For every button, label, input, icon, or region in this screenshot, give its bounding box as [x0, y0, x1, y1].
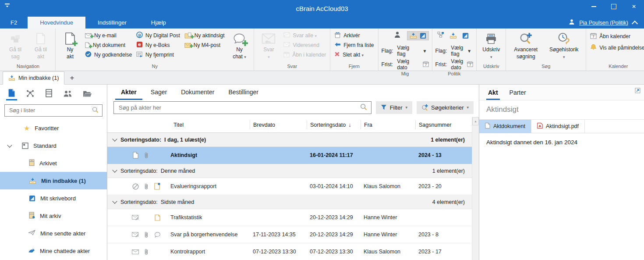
tab-sager[interactable]: Sager: [145, 89, 173, 100]
record-brevdato: 07-12-2023 13:30: [250, 249, 307, 255]
new-foi-request-button[interactable]: Ny aktindsigt: [184, 31, 226, 40]
chevron-down-icon[interactable]: [112, 167, 117, 172]
archive-button[interactable]: Arkivér: [333, 31, 375, 40]
new-digital-post-button[interactable]: @ Ny Digital Post: [135, 31, 181, 40]
column-header-titel[interactable]: Titel: [107, 120, 250, 129]
table-row[interactable]: Trafikstatistik 20-12-2023 14:29 Hanne W…: [107, 209, 472, 226]
unit-icon[interactable]: [437, 32, 444, 39]
advanced-search-button[interactable]: Avanceret søgning: [509, 30, 542, 61]
tree-item-arkivet[interactable]: Arkivet: [0, 154, 107, 172]
mail-signed-icon: [131, 215, 139, 221]
my-archive-icon: [29, 212, 35, 220]
go-to-case-button[interactable]: Gå til sag: [4, 30, 27, 61]
list-scrollbar[interactable]: ▲: [472, 117, 479, 260]
print-button[interactable]: Udskriv▾: [480, 30, 502, 61]
menu-hovedvindue[interactable]: Hovedvindue: [28, 17, 85, 28]
contacts-view-icon[interactable]: [61, 89, 74, 100]
choose-date-button[interactable]: Vælg dato: [451, 58, 463, 71]
menu-hjaelp[interactable]: Hjælp: [139, 17, 178, 28]
table-row[interactable]: Aktindsigt 16-01-2024 11:17 2024 - 13: [107, 147, 472, 164]
group-header-sidste-maned[interactable]: Sorteringsdato: Sidste måned 4 element(e…: [107, 195, 472, 209]
forward-button[interactable]: Videresend: [283, 41, 327, 50]
new-approval-button[interactable]: Ny godkendelse: [84, 50, 133, 59]
tab-dokumenter[interactable]: Dokumenter: [175, 89, 220, 100]
record-search-input[interactable]: [118, 104, 360, 111]
tab-bestillinger[interactable]: Bestillinger: [223, 89, 264, 100]
tab-aktdokument[interactable]: Aktdokument: [479, 120, 531, 133]
tab-aktindsigt-pdf[interactable]: A Aktindsigt.pdf: [531, 120, 585, 133]
flag-dropdown-icon[interactable]: ▼: [467, 49, 473, 53]
expand-panel-icon[interactable]: [635, 87, 640, 95]
collapse-ribbon-icon[interactable]: [632, 20, 638, 26]
open-calendar-button[interactable]: 7 Åbn kalender: [589, 32, 644, 41]
table-row[interactable]: Evalueringsrapport 03-01-2024 14:10 Klau…: [107, 178, 472, 195]
search-history-button[interactable]: Søgehistorik▾: [545, 30, 583, 61]
column-header-brevdato[interactable]: Brevdato: [250, 120, 307, 129]
choose-flag-button[interactable]: Vælg flag: [451, 45, 463, 57]
tree-item-standard[interactable]: Standard: [0, 137, 107, 154]
tree-item-mine-sendte-akter[interactable]: Mine sendte akter: [0, 224, 107, 242]
group-header-i-dag[interactable]: Sorteringsdato: I dag, 1 ulæst(e) 1 elem…: [107, 133, 472, 147]
scroll-up-button[interactable]: ▲: [472, 117, 479, 125]
new-chat-button[interactable]: Ny chat ▾: [228, 30, 251, 61]
show-reminders-button[interactable]: Vis alle påmindelser: [589, 43, 644, 52]
table-row[interactable]: Kontrolrapport 07-12-2023 13:30 07-12-20…: [107, 243, 472, 260]
tab-parter[interactable]: Parter: [508, 89, 528, 100]
tab-akt[interactable]: Akt: [486, 89, 500, 100]
new-eboks-button[interactable]: e Ny e-Boks: [135, 41, 181, 50]
open-in-calendar-button[interactable]: 7 Åbn i kalender: [283, 50, 327, 59]
go-to-record-button[interactable]: Gå til akt: [29, 30, 52, 61]
new-m4-post-button[interactable]: Ny M4-post: [184, 41, 226, 50]
filter-button[interactable]: Filter ▾: [376, 101, 412, 114]
reply-button[interactable]: Svar▾: [257, 30, 280, 61]
tree-item-mit-arkiv[interactable]: Mit arkiv: [0, 207, 107, 224]
tree-item-mine-chattede-akter[interactable]: Mine chattede akter: [0, 242, 107, 260]
column-header-sorteringsdato[interactable]: Sorteringsdato↓: [307, 120, 361, 129]
tab-akter[interactable]: Akter: [115, 89, 142, 100]
folders-view-icon[interactable]: [81, 89, 94, 100]
inbox-tray-icon[interactable]: [449, 32, 457, 39]
person-icon[interactable]: [394, 31, 401, 40]
table-row[interactable]: Svar på borgerhenvendelse 17-11-2023 14:…: [107, 226, 472, 243]
table-header: Titel Brevdato Sorteringsdato↓ Fra Sagsn…: [107, 117, 472, 133]
inbox-desktop-toggle[interactable]: [407, 31, 429, 40]
close-button[interactable]: ✕: [624, 0, 644, 13]
reply-all-button[interactable]: Svar alle ▾: [283, 31, 327, 40]
desktop-icon[interactable]: [462, 32, 469, 39]
chevron-down-icon[interactable]: [7, 142, 12, 147]
chevron-down-icon[interactable]: [112, 199, 117, 203]
records-view-icon[interactable]: [6, 88, 17, 100]
tab-min-indbakke[interactable]: Min indbakke (1): [3, 71, 64, 85]
new-email-button[interactable]: Ny e-mail: [84, 31, 133, 40]
ribbon-group-navigation: Gå til sag Gå til akt Navigation: [1, 28, 56, 71]
current-user-link[interactable]: Pia Poulsen (Politik): [579, 20, 628, 26]
choose-flag-button[interactable]: Vælg flag: [397, 45, 418, 57]
new-record-button[interactable]: Ny akt: [59, 30, 81, 61]
distribution-view-icon[interactable]: [24, 89, 36, 100]
record-sorteringsdato: 20-12-2023 14:29: [307, 232, 361, 238]
minimize-button[interactable]: [584, 0, 604, 13]
menu-f2[interactable]: F2: [0, 17, 28, 28]
new-document-button[interactable]: Nyt dokument: [84, 41, 133, 50]
remove-from-list-button[interactable]: Fjern fra liste: [333, 41, 375, 50]
new-tab-button[interactable]: +: [64, 72, 79, 84]
search-criteria-button[interactable]: Søgekriterier ▾: [417, 101, 474, 114]
archive-view-icon[interactable]: [43, 89, 54, 100]
group-header-denne-maned[interactable]: Sorteringsdato: Denne måned 1 element(er…: [107, 164, 472, 178]
column-header-fra[interactable]: Fra: [361, 120, 415, 129]
menu-indstillinger[interactable]: Indstillinger: [85, 17, 139, 28]
menu-bar: F2 Hovedvindue Indstillinger Hjælp Pia P…: [0, 17, 644, 28]
chevron-down-icon[interactable]: [112, 136, 117, 141]
maximize-button[interactable]: [604, 0, 624, 13]
tree-item-mit-skrivebord[interactable]: Mit skrivebord: [0, 189, 107, 207]
sidebar-search-input[interactable]: [8, 107, 92, 114]
delete-record-button[interactable]: Slet akt ▾: [333, 50, 375, 59]
new-remote-print-button[interactable]: Ny fjernprint: [135, 50, 181, 59]
calendar-picker-icon[interactable]: 7: [423, 61, 429, 68]
column-header-sagsnummer[interactable]: Sagsnummer: [415, 120, 472, 129]
calendar-picker-icon[interactable]: 7: [467, 61, 473, 68]
flag-dropdown-icon[interactable]: ▼: [423, 49, 429, 53]
choose-date-button[interactable]: Vælg dato: [397, 58, 418, 71]
tree-item-favoritter[interactable]: ★ Favoritter: [0, 119, 107, 137]
tree-item-min-indbakke[interactable]: Min indbakke (1): [0, 172, 107, 189]
